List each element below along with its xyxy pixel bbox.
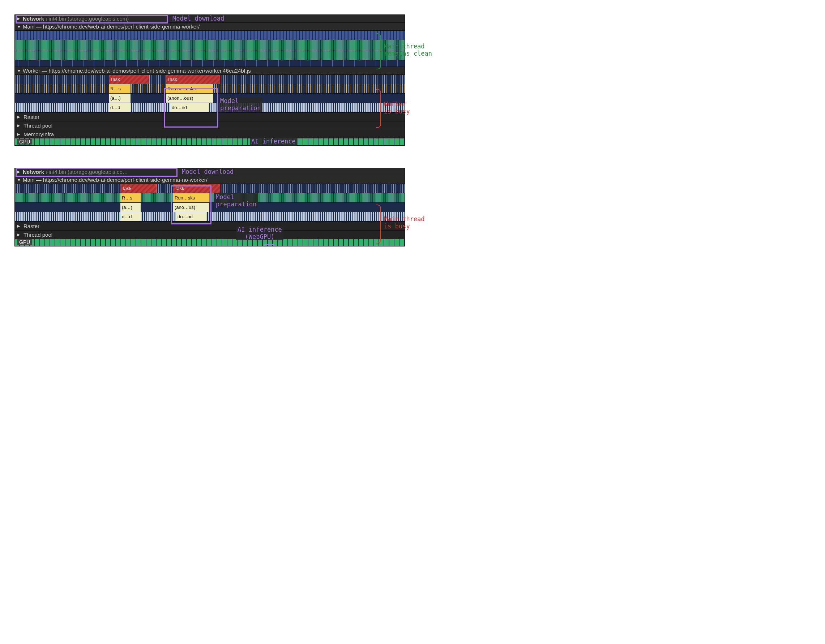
flame-block[interactable]: R…s	[109, 84, 130, 93]
trace-panel-no-worker: ▶ Network ι-int4.bin (storage.googleapis…	[14, 168, 405, 247]
main-track-header[interactable]: ▼ Main — https://chrome.dev/web-ai-demos…	[15, 176, 405, 184]
flame-block[interactable]: R…s	[121, 193, 141, 202]
annotation-box-gpu	[264, 244, 274, 247]
annotation-label: Model preparation	[219, 97, 263, 112]
task-block[interactable]: Task	[121, 184, 156, 193]
chevron-right-icon: ▶	[17, 132, 21, 137]
main-lane-0[interactable]	[15, 31, 405, 40]
brace-icon	[376, 89, 381, 128]
side-annotation: Worker is busy	[384, 100, 410, 115]
chevron-right-icon: ▶	[17, 232, 21, 237]
memoryinfra-track-header[interactable]: ▶ MemoryInfra	[15, 130, 405, 138]
worker-track-title: Worker — https://chrome.dev/web-ai-demos…	[23, 68, 251, 74]
annotation-box-network	[15, 168, 178, 177]
annotation-box-worker	[164, 88, 218, 128]
threadpool-track-header[interactable]: ▶ Thread pool	[15, 230, 405, 239]
raster-label: Raster	[23, 223, 39, 229]
brace-icon	[376, 205, 381, 244]
main-lane-2[interactable]	[15, 50, 405, 60]
flame-block[interactable]: d…d	[109, 103, 130, 112]
worker-track-header[interactable]: ▼ Worker — https://chrome.dev/web-ai-dem…	[15, 67, 405, 75]
side-annotation: Main thread remains clean	[384, 43, 432, 57]
chevron-right-icon: ▶	[17, 123, 21, 128]
main-track-header[interactable]: ▼ Main — https://chrome.dev/web-ai-demos…	[15, 23, 405, 31]
main-lane-1[interactable]	[15, 40, 405, 50]
chevron-right-icon: ▶	[17, 114, 21, 119]
annotation-label: Model download	[181, 168, 235, 175]
chevron-down-icon: ▼	[17, 178, 21, 182]
annotation-label: Model preparation	[215, 193, 258, 208]
annotation-label: AI inference (WebGPU)	[236, 226, 283, 240]
chevron-down-icon: ▼	[17, 25, 21, 29]
annotation-box-main	[171, 185, 212, 224]
main-lane-3[interactable]	[15, 60, 405, 67]
annotation-label: AI inference (WebGPU)	[250, 138, 297, 146]
side-annotation: Main thread is busy	[384, 215, 425, 230]
worker-lane-0[interactable]: Task Task	[15, 75, 405, 84]
chevron-down-icon: ▼	[17, 69, 21, 73]
annotation-box-network	[15, 15, 168, 23]
brace-icon	[376, 33, 381, 69]
trace-panel-worker: ▶ Network ι-int4.bin (storage.googleapis…	[14, 14, 405, 146]
threadpool-label: Thread pool	[23, 232, 53, 238]
main-track-title: Main — https://chrome.dev/web-ai-demos/p…	[23, 23, 199, 29]
annotation-label: Model download	[171, 15, 226, 22]
task-block[interactable]: Task	[109, 75, 148, 84]
main-track-title: Main — https://chrome.dev/web-ai-demos/p…	[23, 177, 207, 183]
gpu-label: GPU	[17, 139, 32, 145]
flame-block[interactable]: (a…)	[109, 94, 130, 103]
gpu-lane[interactable]	[15, 138, 405, 146]
threadpool-label: Thread pool	[23, 122, 53, 129]
task-block[interactable]: Task	[166, 75, 220, 84]
chevron-right-icon: ▶	[17, 224, 21, 229]
raster-label: Raster	[23, 114, 39, 120]
memoryinfra-label: MemoryInfra	[23, 131, 54, 137]
gpu-label: GPU	[17, 239, 32, 245]
gpu-lane[interactable]	[15, 239, 405, 246]
flame-block[interactable]: d…d	[121, 212, 141, 221]
flame-block[interactable]: (a…)	[121, 203, 141, 212]
